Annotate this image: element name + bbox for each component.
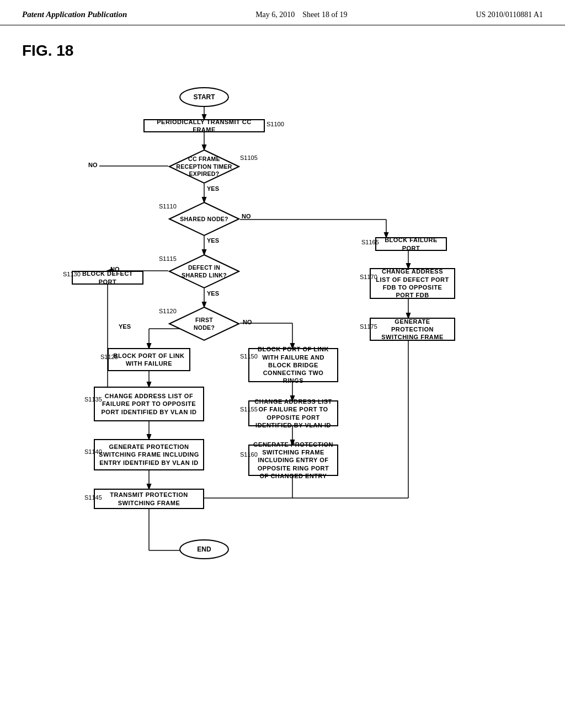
- s1105-label: S1105: [240, 154, 258, 161]
- s1170-label: S1170: [360, 274, 377, 280]
- s1105-diamond: CC FRAMERECEPTION TIMEREXPIRED?: [168, 149, 240, 185]
- s1110-no-label: NO: [242, 213, 251, 220]
- page-header: Patent Application Publication May 6, 20…: [0, 0, 565, 25]
- header-date-sheet: May 6, 2010 Sheet 18 of 19: [255, 10, 347, 19]
- s1100-box: PERIODICALLY TRANSMIT CC FRAME: [143, 119, 265, 132]
- s1140-label: S1140: [84, 448, 102, 455]
- figure-label: FIG. 18: [22, 42, 543, 60]
- s1130-label: S1130: [63, 271, 81, 277]
- main-content: FIG. 18: [0, 25, 565, 694]
- s1170-box: CHANGE ADDRESS LIST OF DEFECT PORT FDB T…: [370, 268, 455, 299]
- s1160-label: S1160: [240, 451, 258, 458]
- s1145-label: S1145: [84, 494, 102, 501]
- s1120-no-label: NO: [243, 319, 252, 325]
- s1105-no-label: NO: [88, 162, 98, 168]
- header-publication: Patent Application Publication: [22, 10, 127, 19]
- s1150-box: BLOCK PORT OF LINK WITH FAILURE AND BLOC…: [248, 348, 338, 382]
- s1130-box: BLOCK DEFECT PORT: [72, 271, 143, 285]
- s1165-label: S1165: [361, 239, 379, 245]
- s1110-diamond: SHARED NODE?: [168, 201, 240, 237]
- start-oval: START: [179, 87, 229, 107]
- s1140-box: GENERATE PROTECTION SWITCHING FRAME INCL…: [94, 439, 204, 470]
- s1160-box: GENERATE PROTECTION SWITCHING FRAME INCL…: [248, 445, 338, 476]
- s1110-label: S1110: [159, 203, 177, 210]
- s1115-diamond: DEFECT INSHARED LINK?: [168, 254, 240, 290]
- s1105-yes-label: YES: [207, 185, 219, 192]
- s1175-label: S1175: [360, 323, 377, 330]
- s1100-label: S1100: [266, 121, 284, 127]
- s1110-yes-label: YES: [207, 237, 219, 244]
- s1165-box: BLOCK FAILURE PORT: [375, 237, 447, 251]
- flowchart: START PERIODICALLY TRANSMIT CC FRAME S11…: [22, 71, 543, 677]
- s1135-box: CHANGE ADDRESS LIST OF FAILURE PORT TO O…: [94, 387, 204, 421]
- header-patent: US 2010/0110881 A1: [476, 10, 543, 19]
- s1125-box: BLOCK PORT OF LINK WITH FAILURE: [108, 348, 190, 371]
- end-oval: END: [179, 539, 229, 559]
- s1145-box: TRANSMIT PROTECTION SWITCHING FRAME: [94, 489, 204, 509]
- s1155-box: CHANGE ADDRESS LIST OF FAILURE PORT TO O…: [248, 400, 338, 426]
- s1115-yes-label: YES: [207, 290, 219, 297]
- s1125-label: S1125: [100, 354, 118, 360]
- s1120-label: S1120: [159, 308, 177, 314]
- s1115-label: S1115: [159, 255, 177, 262]
- s1155-label: S1155: [240, 406, 258, 413]
- s1135-label: S1135: [84, 396, 102, 403]
- s1120-yes-label: YES: [119, 323, 131, 330]
- s1175-box: GENERATE PROTECTION SWITCHING FRAME: [370, 318, 455, 341]
- s1150-label: S1150: [240, 353, 258, 360]
- s1120-diamond: FIRSTNODE?: [168, 306, 240, 342]
